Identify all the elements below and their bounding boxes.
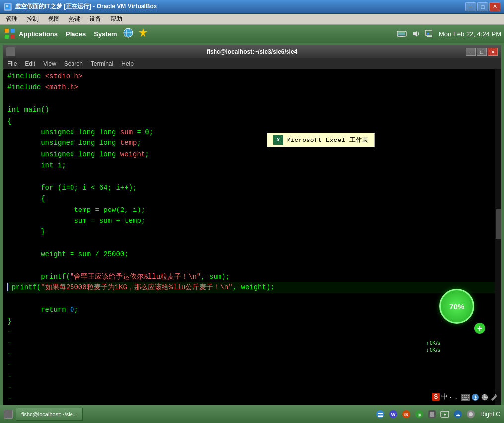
svg-rect-21 xyxy=(468,395,469,396)
tray-icon-6[interactable] xyxy=(439,409,450,420)
vm-menu-view[interactable]: 视图 xyxy=(44,14,64,24)
code-area[interactable]: #include <stdio.h> #include <math.h> int… xyxy=(3,69,501,418)
svg-rect-36 xyxy=(378,413,383,414)
bottom-taskbar: fishc@localhost:~/sle... W xyxy=(0,405,504,423)
svg-text:☁: ☁ xyxy=(455,412,460,417)
tray-icon-5[interactable] xyxy=(427,409,437,420)
svg-text:W: W xyxy=(391,412,396,417)
sogou-icon[interactable]: S xyxy=(432,393,440,401)
network-percent: 70% xyxy=(449,302,464,311)
terminal-scrollbar[interactable] xyxy=(495,69,501,418)
terminal-menu-file[interactable]: File xyxy=(7,60,17,67)
svg-rect-11 xyxy=(400,36,403,37)
vm-icon xyxy=(4,3,12,11)
svg-rect-20 xyxy=(466,395,467,396)
keyboard-icon[interactable] xyxy=(461,392,470,401)
svg-text:⊞: ⊞ xyxy=(417,413,421,417)
code-line-3 xyxy=(7,93,497,104)
scrollbar-thumb[interactable] xyxy=(496,209,501,239)
terminal-menu-search[interactable]: Search xyxy=(64,60,83,67)
vm-restore-button[interactable]: □ xyxy=(477,2,488,11)
right-click-label: Right C xyxy=(480,411,500,418)
applications-icon xyxy=(3,27,17,41)
tray-icon-1[interactable] xyxy=(375,409,386,420)
terminal-menu-help[interactable]: Help xyxy=(121,60,134,67)
wrench-icon[interactable] xyxy=(490,392,498,401)
network-circle-widget[interactable]: 70% xyxy=(439,289,474,324)
terminal-title: fishc@localhost:~/sle3/sle6/sle4 xyxy=(207,48,297,55)
code-line-21 xyxy=(7,293,497,304)
tray-icon-4[interactable]: ⊞ xyxy=(414,409,425,420)
network-plus-button[interactable]: + xyxy=(474,323,485,334)
terminal-minimize-button[interactable]: − xyxy=(466,48,476,56)
code-line-8: unsigned long long weight; xyxy=(7,149,497,160)
vm-minimize-button[interactable]: − xyxy=(465,2,476,11)
system-label[interactable]: System xyxy=(94,30,117,38)
svg-marker-13 xyxy=(413,31,417,37)
tilde-6: ~ xyxy=(7,382,497,393)
terminal-icon-area xyxy=(6,47,15,56)
vm-close-button[interactable]: ✕ xyxy=(489,2,500,11)
vm-window-controls: − □ ✕ xyxy=(465,2,500,11)
vm-title: 虚空假面的IT之梦 [正在运行] - Oracle VM VirtualBox xyxy=(15,2,157,11)
terminal-menu-view[interactable]: View xyxy=(43,60,56,67)
svg-rect-46 xyxy=(430,412,434,417)
taskbar-tray-icons xyxy=(396,28,435,39)
code-line-6: unsigned long long sum = 0; xyxy=(7,127,497,138)
code-line-16 xyxy=(7,238,497,249)
svg-point-52 xyxy=(469,412,473,416)
svg-point-30 xyxy=(484,396,486,398)
vm-menu-help[interactable]: 帮助 xyxy=(106,14,126,24)
vm-menu-control[interactable]: 控制 xyxy=(23,14,43,24)
code-line-17: weight = sum / 25000; xyxy=(7,249,497,260)
ime-chinese-char[interactable]: 中 xyxy=(441,392,448,401)
code-line-11: for (i=0; i < 64; i++); xyxy=(7,182,497,193)
bottom-tray-area: W ✉ ⊞ xyxy=(375,409,500,420)
display-tray-icon[interactable] xyxy=(424,28,435,39)
terminal-menu-terminal[interactable]: Terminal xyxy=(91,60,113,67)
tray-icon-7[interactable]: ☁ xyxy=(452,409,463,420)
vm-menu-manage[interactable]: 管理 xyxy=(2,14,22,24)
svg-point-35 xyxy=(376,410,384,418)
tilde-2: ~ xyxy=(7,338,497,349)
vm-menu-device[interactable]: 设备 xyxy=(85,14,105,24)
svg-rect-19 xyxy=(464,395,465,396)
terminal-window-icon xyxy=(4,410,13,419)
tilde-5: ~ xyxy=(7,371,497,382)
code-line-19: printf("舍罕王应该给予达依尔%llu粒麦子！\n", sum); xyxy=(7,271,497,282)
bottom-taskbar-left: fishc@localhost:~/sle... xyxy=(4,408,83,421)
upload-arrow: ↑ xyxy=(426,340,429,346)
code-line-10 xyxy=(7,171,497,182)
svg-rect-24 xyxy=(468,397,469,398)
code-line-23: } xyxy=(7,316,497,327)
network-widget-area: ↑ 0K/s ↓ 0K/s 70% + xyxy=(426,329,479,363)
tray-icon-3[interactable]: ✉ xyxy=(401,409,412,420)
tilde-4: ~ xyxy=(7,360,497,371)
code-line-5: { xyxy=(7,116,497,127)
terminal-maximize-button[interactable]: □ xyxy=(477,48,487,56)
svg-rect-37 xyxy=(378,415,383,416)
tools-icon[interactable] xyxy=(481,392,489,401)
download-speed: 0K/s xyxy=(430,347,440,352)
svg-rect-38 xyxy=(378,416,383,417)
tray-icon-8[interactable] xyxy=(465,409,476,420)
ime-bar: S 中 · ， xyxy=(430,391,500,402)
code-line-9: int i; xyxy=(7,160,497,171)
code-line-15: } xyxy=(7,226,497,237)
vm-menu-hotkey[interactable]: 热键 xyxy=(65,14,84,24)
download-icon-tray[interactable] xyxy=(471,392,479,401)
tray-icon-2[interactable]: W xyxy=(388,409,399,420)
globe-icon xyxy=(123,27,134,40)
applications-label[interactable]: Applications xyxy=(19,30,58,38)
terminal-close-button[interactable]: ✕ xyxy=(488,48,498,56)
places-label[interactable]: Places xyxy=(66,30,86,38)
taskbar-left: Applications Places System xyxy=(3,27,148,41)
code-line-20: ▎printf("如果每25000粒麦子为1KG，那么应该给%llu公斤麦子！\… xyxy=(7,282,497,293)
volume-tray-icon[interactable] xyxy=(410,28,421,39)
svg-rect-23 xyxy=(464,397,467,398)
taskbar-window-button[interactable]: fishc@localhost:~/sle... xyxy=(16,408,83,421)
taskbar-time: Mon Feb 22, 4:24 PM xyxy=(439,30,501,38)
terminal-menu-edit[interactable]: Edit xyxy=(25,60,35,67)
network-tray-icon[interactable] xyxy=(396,28,407,39)
terminal-icon xyxy=(6,47,15,56)
